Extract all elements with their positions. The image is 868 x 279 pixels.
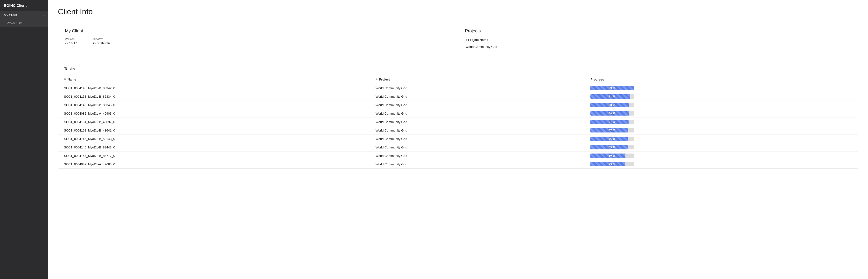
projects-card: Projects ⇅ Project Name World Community … — [458, 23, 858, 55]
tasks-project-col-label: Project — [379, 78, 390, 81]
task-project-cell: World Community Grid — [370, 143, 585, 151]
progress-bar-bg: 87.90 — [590, 120, 634, 124]
task-progress-cell: 88.94 — [585, 101, 858, 109]
progress-bar-bg: 88.94 — [590, 103, 634, 107]
tasks-project-col-header[interactable]: ⇅ Project — [370, 75, 585, 84]
task-project-cell: World Community Grid — [370, 151, 585, 160]
task-progress-cell: 85.48 — [585, 143, 858, 151]
cards-row: My Client Version: v7.16.17 Platform: Li… — [58, 23, 858, 55]
tasks-name-col-label: Name — [68, 78, 76, 81]
platform-label: Platform: — [91, 37, 110, 41]
sidebar-item-my-client[interactable]: My Client ▾ — [0, 11, 48, 19]
tasks-progress-col-label: Progress — [590, 78, 604, 81]
version-field: Version: v7.16.17 — [65, 37, 77, 45]
projects-col-label: Project Name — [468, 38, 488, 41]
project-name-cell: World Community Grid — [466, 45, 851, 49]
progress-bar-bg: 88.25 — [590, 111, 634, 116]
task-progress-cell: 86.18 — [585, 135, 858, 143]
table-row: World Community Grid — [466, 45, 851, 49]
task-progress-cell: 80.66 — [585, 151, 858, 160]
progress-bar-fill — [590, 137, 628, 141]
task-progress-cell: 79.37 — [585, 160, 858, 168]
progress-container: 85.48 — [590, 145, 634, 149]
progress-bar-bg: 85.48 — [590, 145, 634, 149]
tasks-table: ⇅ Name ⇅ Project Progress — [58, 75, 858, 168]
sort-icon: ⇅ — [376, 78, 377, 81]
progress-bar-fill — [590, 86, 633, 90]
version-label: Version: — [65, 37, 77, 41]
sidebar: BOINC Client My Client ▾ Project List — [0, 0, 48, 279]
progress-bar-fill — [590, 111, 629, 116]
page-title: Client Info — [58, 7, 858, 16]
table-row: SCC1_0004161_MyoD1-B_48697_0World Commun… — [58, 118, 858, 126]
version-value: v7.16.17 — [65, 41, 77, 45]
table-row: SCC1_0004082_MyoD1-A_47683_0World Commun… — [58, 160, 858, 168]
table-row: SCC1_0004144_MyoD1-B_84777_0World Commun… — [58, 151, 858, 160]
my-client-title: My Client — [65, 29, 452, 34]
progress-bar-fill — [590, 162, 625, 166]
task-name-cell: SCC1_0004145_MyoD1-B_83443_0 — [58, 143, 370, 151]
progress-bar-fill — [590, 154, 625, 158]
table-row: SCC1_0004153_MyoD1-B_86334_0World Commun… — [58, 92, 858, 101]
sidebar-item-label: My Client — [4, 13, 17, 17]
task-project-cell: World Community Grid — [370, 84, 585, 92]
task-project-cell: World Community Grid — [370, 92, 585, 101]
task-name-cell: SCC1_0004153_MyoD1-B_86334_0 — [58, 92, 370, 101]
table-row: SCC1_0004146_MyoD1-B_50148_0World Commun… — [58, 135, 858, 143]
table-row: SCC1_0004140_MyoD1-B_83342_0World Commun… — [58, 84, 858, 92]
progress-bar-fill — [590, 128, 628, 133]
table-row: SCC1_0004145_MyoD1-B_83443_0World Commun… — [58, 143, 858, 151]
progress-bar-fill — [590, 120, 628, 124]
sidebar-item-project-list[interactable]: Project List — [0, 19, 48, 27]
progress-container: 86.18 — [590, 137, 634, 141]
progress-container: 79.37 — [590, 162, 634, 166]
progress-container: 87.90 — [590, 120, 634, 124]
task-project-cell: World Community Grid — [370, 109, 585, 118]
task-name-cell: SCC1_0004144_MyoD1-B_84777_0 — [58, 151, 370, 160]
sidebar-nav: My Client ▾ Project List — [0, 11, 48, 27]
progress-bar-fill — [590, 94, 630, 99]
task-name-cell: SCC1_0004082_MyoD1-A_46903_0 — [58, 109, 370, 118]
progress-bar-bg: 99.35 — [590, 86, 634, 90]
progress-container: 99.35 — [590, 86, 634, 90]
main-content: Client Info My Client Version: v7.16.17 … — [48, 0, 868, 279]
sidebar-subitem-label: Project List — [7, 21, 22, 25]
tasks-progress-col-header: Progress — [585, 75, 858, 84]
task-project-cell: World Community Grid — [370, 126, 585, 135]
task-project-cell: World Community Grid — [370, 160, 585, 168]
my-client-fields: Version: v7.16.17 Platform: Linux Ubuntu — [65, 37, 452, 45]
progress-bar-bg: 80.66 — [590, 154, 634, 158]
task-name-cell: SCC1_0004082_MyoD1-A_47683_0 — [58, 160, 370, 168]
progress-container: 91.75 — [590, 94, 634, 99]
task-progress-cell: 87.90 — [585, 118, 858, 126]
task-project-cell: World Community Grid — [370, 101, 585, 109]
task-progress-cell: 88.25 — [585, 109, 858, 118]
progress-bar-fill — [590, 103, 629, 107]
projects-name-col-header[interactable]: ⇅ Project Name — [466, 38, 851, 44]
projects-table: ⇅ Project Name World Community Grid — [465, 37, 851, 50]
task-name-cell: SCC1_0004146_MyoD1-B_50148_0 — [58, 135, 370, 143]
sort-icon: ⇅ — [64, 78, 66, 81]
task-progress-cell: 91.75 — [585, 92, 858, 101]
progress-bar-bg: 91.75 — [590, 94, 634, 99]
app-title: BOINC Client — [0, 0, 48, 11]
tasks-title: Tasks — [64, 66, 852, 72]
progress-bar-fill — [590, 145, 628, 149]
task-name-cell: SCC1_0004140_MyoD1-B_83345_0 — [58, 101, 370, 109]
tasks-name-col-header[interactable]: ⇅ Name — [58, 75, 370, 84]
progress-bar-bg: 86.18 — [590, 137, 634, 141]
tasks-header-bar: Tasks — [58, 62, 858, 75]
task-name-cell: SCC1_0004140_MyoD1-B_83342_0 — [58, 84, 370, 92]
progress-container: 88.25 — [590, 111, 634, 116]
task-name-cell: SCC1_0004161_MyoD1-B_48641_0 — [58, 126, 370, 135]
chevron-down-icon: ▾ — [43, 14, 44, 17]
progress-bar-bg: 79.37 — [590, 162, 634, 166]
sort-icon: ⇅ — [466, 38, 468, 41]
progress-container: 88.94 — [590, 103, 634, 107]
progress-bar-bg: 87.07 — [590, 128, 634, 133]
my-client-card: My Client Version: v7.16.17 Platform: Li… — [58, 23, 458, 55]
table-row: SCC1_0004161_MyoD1-B_48641_0World Commun… — [58, 126, 858, 135]
table-row: SCC1_0004140_MyoD1-B_83345_0World Commun… — [58, 101, 858, 109]
task-project-cell: World Community Grid — [370, 118, 585, 126]
platform-field: Platform: Linux Ubuntu — [91, 37, 110, 45]
